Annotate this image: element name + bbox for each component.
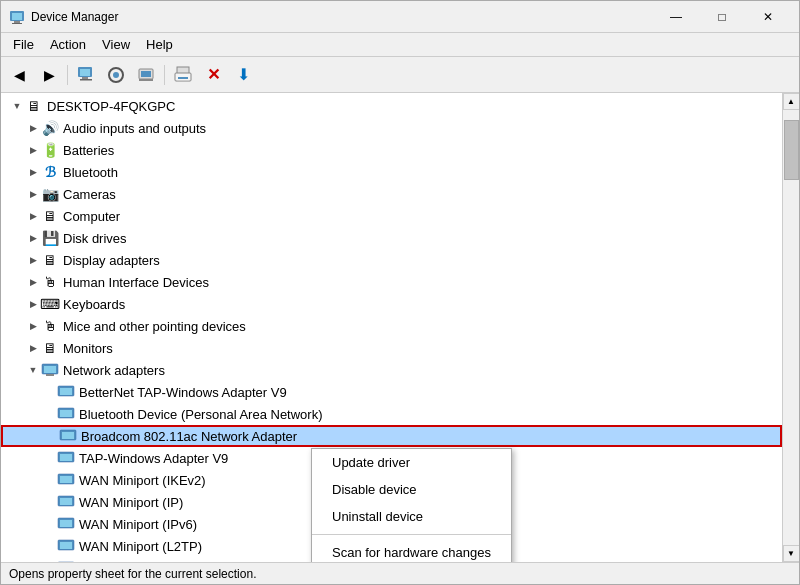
- expand-betternet: [41, 384, 57, 400]
- expand-cameras[interactable]: ▶: [25, 186, 41, 202]
- menu-action[interactable]: Action: [42, 35, 94, 54]
- wan-ipv6-icon: [57, 516, 75, 532]
- svg-rect-7: [80, 79, 92, 81]
- tree-item-monitors[interactable]: ▶ 🖥 Monitors: [1, 337, 782, 359]
- tap-icon: [57, 450, 75, 466]
- menu-file[interactable]: File: [5, 35, 42, 54]
- minimize-button[interactable]: —: [653, 1, 699, 33]
- audio-icon: 🔊: [41, 120, 59, 136]
- svg-rect-2: [14, 21, 20, 23]
- maximize-button[interactable]: □: [699, 1, 745, 33]
- menu-view[interactable]: View: [94, 35, 138, 54]
- pc-icon: 🖥: [25, 98, 43, 114]
- scroll-down[interactable]: ▼: [783, 545, 800, 562]
- keyboards-icon: ⌨: [41, 296, 59, 312]
- expand-audio[interactable]: ▶: [25, 120, 41, 136]
- tree-item-hid[interactable]: ▶ 🖱 Human Interface Devices: [1, 271, 782, 293]
- batteries-label: Batteries: [63, 143, 114, 158]
- wan-l2tp-icon: [57, 538, 75, 554]
- expand-broadcom: [43, 428, 59, 444]
- svg-rect-18: [44, 366, 56, 373]
- expand-root[interactable]: ▼: [9, 98, 25, 114]
- expand-mice[interactable]: ▶: [25, 318, 41, 334]
- hid-label: Human Interface Devices: [63, 275, 209, 290]
- tree-item-bt-pan[interactable]: Bluetooth Device (Personal Area Network): [1, 403, 782, 425]
- ctx-update-driver[interactable]: Update driver: [312, 449, 511, 476]
- mice-label: Mice and other pointing devices: [63, 319, 246, 334]
- expand-monitors[interactable]: ▶: [25, 340, 41, 356]
- svg-rect-35: [60, 542, 72, 549]
- ctx-uninstall-device[interactable]: Uninstall device: [312, 503, 511, 530]
- svg-rect-31: [60, 498, 72, 505]
- svg-rect-15: [178, 77, 188, 79]
- svg-point-9: [113, 72, 119, 78]
- svg-rect-33: [60, 520, 72, 527]
- tree-item-display[interactable]: ▶ 🖥 Display adapters: [1, 249, 782, 271]
- svg-rect-12: [139, 79, 153, 81]
- hid-icon: 🖱: [41, 274, 59, 290]
- scroll-up[interactable]: ▲: [783, 93, 800, 110]
- title-bar: Device Manager — □ ✕: [1, 1, 799, 33]
- svg-rect-16: [177, 80, 189, 81]
- tree-item-mice[interactable]: ▶ 🖱 Mice and other pointing devices: [1, 315, 782, 337]
- expand-display[interactable]: ▶: [25, 252, 41, 268]
- ctx-disable-device[interactable]: Disable device: [312, 476, 511, 503]
- tree-item-disk[interactable]: ▶ 💾 Disk drives: [1, 227, 782, 249]
- tree-item-cameras[interactable]: ▶ 📷 Cameras: [1, 183, 782, 205]
- expand-keyboards[interactable]: ▶: [25, 296, 41, 312]
- back-button[interactable]: ◀: [5, 61, 33, 89]
- svg-rect-27: [60, 454, 72, 461]
- forward-button[interactable]: ▶: [35, 61, 63, 89]
- delete-button[interactable]: ✕: [199, 61, 227, 89]
- expand-hid[interactable]: ▶: [25, 274, 41, 290]
- cameras-label: Cameras: [63, 187, 116, 202]
- svg-rect-29: [60, 476, 72, 483]
- tree-item-keyboards[interactable]: ▶ ⌨ Keyboards: [1, 293, 782, 315]
- toolbar-sep-2: [164, 65, 165, 85]
- toolbar: ◀ ▶: [1, 57, 799, 93]
- tree-root[interactable]: ▼ 🖥 DESKTOP-4FQKGPC: [1, 95, 782, 117]
- tree-item-betternet[interactable]: BetterNet TAP-Windows Adapter V9: [1, 381, 782, 403]
- close-button[interactable]: ✕: [745, 1, 791, 33]
- tree-item-network[interactable]: ▼ Network adapters: [1, 359, 782, 381]
- broadcom-label: Broadcom 802.11ac Network Adapter: [81, 429, 297, 444]
- print-button[interactable]: [169, 61, 197, 89]
- context-menu: Update driver Disable device Uninstall d…: [311, 448, 512, 562]
- tree-item-audio[interactable]: ▶ 🔊 Audio inputs and outputs: [1, 117, 782, 139]
- monitors-label: Monitors: [63, 341, 113, 356]
- broadcom-icon: [59, 428, 77, 444]
- tree-item-broadcom[interactable]: Broadcom 802.11ac Network Adapter: [1, 425, 782, 447]
- batteries-icon: 🔋: [41, 142, 59, 158]
- scan-button[interactable]: [102, 61, 130, 89]
- tree-item-bluetooth[interactable]: ▶ ℬ Bluetooth: [1, 161, 782, 183]
- scroll-thumb[interactable]: [784, 120, 799, 180]
- network-label: Network adapters: [63, 363, 165, 378]
- expand-disk[interactable]: ▶: [25, 230, 41, 246]
- mice-icon: 🖱: [41, 318, 59, 334]
- audio-label: Audio inputs and outputs: [63, 121, 206, 136]
- ctx-sep-1: [312, 534, 511, 535]
- expand-network[interactable]: ▼: [25, 362, 41, 378]
- svg-rect-6: [82, 77, 88, 79]
- status-text: Opens property sheet for the current sel…: [9, 567, 256, 581]
- ctx-scan-hardware[interactable]: Scan for hardware changes: [312, 539, 511, 562]
- main-area: ▼ 🖥 DESKTOP-4FQKGPC ▶ 🔊 Audio inputs and…: [1, 93, 799, 562]
- install-button[interactable]: ⬇: [229, 61, 257, 89]
- svg-rect-11: [141, 71, 151, 77]
- expand-computer[interactable]: ▶: [25, 208, 41, 224]
- wan-nm-icon: [57, 560, 75, 562]
- svg-rect-23: [60, 410, 72, 417]
- tree-item-batteries[interactable]: ▶ 🔋 Batteries: [1, 139, 782, 161]
- toolbar-sep-1: [67, 65, 68, 85]
- expand-batteries[interactable]: ▶: [25, 142, 41, 158]
- wan-ipv6-label: WAN Miniport (IPv6): [79, 517, 197, 532]
- menu-help[interactable]: Help: [138, 35, 181, 54]
- properties-button[interactable]: [72, 61, 100, 89]
- computer-icon: 🖥: [41, 208, 59, 224]
- scroll-track[interactable]: [783, 110, 799, 545]
- expand-bluetooth[interactable]: ▶: [25, 164, 41, 180]
- update-driver-button[interactable]: [132, 61, 160, 89]
- tree-item-computer[interactable]: ▶ 🖥 Computer: [1, 205, 782, 227]
- tree-pane[interactable]: ▼ 🖥 DESKTOP-4FQKGPC ▶ 🔊 Audio inputs and…: [1, 93, 782, 562]
- svg-rect-25: [62, 432, 74, 439]
